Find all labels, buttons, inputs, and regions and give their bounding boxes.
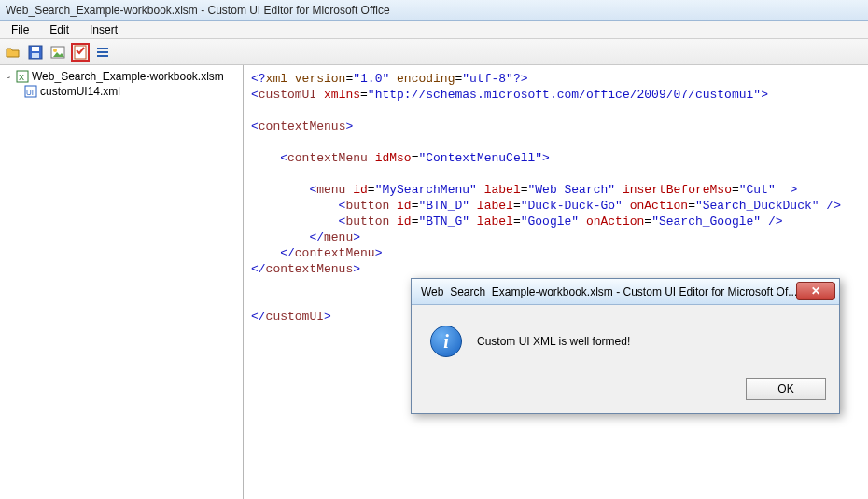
xml-token: "Duck-Duck-Go" — [521, 199, 623, 213]
tree-child-label: customUI14.xml — [40, 85, 120, 98]
excel-file-icon: X — [16, 70, 29, 83]
xml-token: > — [345, 119, 353, 133]
xml-token: > — [542, 151, 550, 165]
xml-token: = — [513, 215, 521, 229]
xml-token: < — [251, 151, 287, 165]
xml-token: = — [368, 183, 375, 197]
xml-token: customUI — [266, 310, 324, 324]
toolbar-save-button[interactable] — [26, 43, 45, 62]
xml-token: xmlns — [316, 88, 360, 102]
xml-token: id — [389, 215, 411, 229]
lines-icon — [95, 45, 110, 60]
tree-child-customui[interactable]: UI customUI14.xml — [2, 84, 241, 99]
validate-xml-icon — [73, 45, 88, 60]
message-dialog: Web_Search_Example-workbook.xlsm - Custo… — [411, 278, 840, 414]
xml-token: > — [324, 310, 331, 324]
xml-token: </ — [251, 262, 266, 276]
xml-token: = — [732, 183, 739, 197]
picture-icon — [50, 45, 65, 60]
svg-point-4 — [53, 49, 57, 52]
close-icon: ✕ — [811, 284, 820, 298]
xml-file-icon: UI — [24, 85, 37, 98]
dialog-title-text: Web_Search_Example-workbook.xlsm - Custo… — [421, 285, 797, 298]
dialog-message: Custom UI XML is well formed! — [477, 335, 630, 348]
xml-token: < — [251, 119, 259, 133]
xml-token: = — [644, 215, 651, 229]
xml-token: button — [345, 199, 389, 213]
xml-token: xml version — [266, 72, 346, 86]
dialog-titlebar[interactable]: Web_Search_Example-workbook.xlsm - Custo… — [412, 279, 839, 305]
info-icon: i — [430, 326, 462, 357]
svg-text:X: X — [19, 73, 24, 82]
svg-rect-6 — [97, 48, 108, 49]
xml-token: idMso — [368, 151, 412, 165]
tree-root-label: Web_Search_Example-workbook.xlsm — [32, 70, 224, 83]
toolbar-open-button[interactable] — [4, 43, 22, 62]
dialog-button-row: OK — [412, 370, 839, 413]
toolbar-generate-callback-button[interactable] — [93, 43, 112, 62]
xml-token: contextMenus — [259, 119, 346, 133]
svg-rect-2 — [32, 53, 39, 58]
menu-insert[interactable]: Insert — [80, 21, 127, 38]
dialog-close-button[interactable]: ✕ — [796, 282, 835, 300]
info-glyph: i — [443, 331, 449, 353]
svg-rect-8 — [97, 55, 108, 57]
xml-token: "utf-8" — [462, 72, 513, 86]
xml-token: /> — [761, 215, 782, 229]
xml-token: "Web Search" — [528, 183, 616, 197]
xml-token: button — [345, 215, 389, 229]
xml-token: </ — [251, 310, 266, 324]
folder-open-icon — [6, 45, 21, 60]
xml-token: contextMenu — [295, 246, 375, 260]
dialog-body: i Custom UI XML is well formed! — [412, 305, 839, 370]
window-title: Web_Search_Example-workbook.xlsm - Custo… — [6, 4, 390, 17]
menu-edit[interactable]: Edit — [40, 21, 78, 38]
toolbar — [0, 39, 868, 65]
xml-token: /> — [819, 199, 841, 213]
xml-token: contextMenu — [287, 151, 368, 165]
xml-token: < — [251, 88, 259, 102]
xml-token: = — [513, 199, 521, 213]
xml-token: "Cut" — [739, 183, 776, 197]
xml-token: onAction — [579, 215, 644, 229]
xml-token: contextMenus — [266, 262, 354, 276]
floppy-save-icon — [28, 45, 43, 60]
xml-token: "http://schemas.microsoft.com/office/200… — [368, 88, 761, 102]
xml-token: customUI — [259, 88, 316, 102]
xml-token: > — [353, 230, 360, 244]
xml-token: < — [251, 215, 345, 229]
xml-token: encoding — [389, 72, 455, 86]
menu-file[interactable]: File — [2, 21, 38, 38]
window-titlebar: Web_Search_Example-workbook.xlsm - Custo… — [0, 0, 868, 21]
xml-token: id — [345, 183, 367, 197]
svg-rect-1 — [32, 47, 39, 51]
xml-token: "1.0" — [353, 72, 389, 86]
toolbar-insert-icon-button[interactable] — [49, 43, 67, 62]
document-tree: ▫ X Web_Search_Example-workbook.xlsm UI … — [0, 65, 244, 499]
xml-token: </ — [251, 246, 295, 260]
xml-token: > — [761, 88, 768, 102]
xml-token: > — [375, 246, 383, 260]
ok-button[interactable]: OK — [746, 378, 826, 400]
xml-token: < — [251, 199, 345, 213]
xml-token: label — [469, 199, 513, 213]
xml-token: = — [688, 199, 695, 213]
svg-rect-7 — [97, 51, 108, 53]
xml-token: "BTN_D" — [418, 199, 469, 213]
xml-token: < — [251, 183, 316, 197]
xml-token: > — [353, 262, 360, 276]
xml-token: ?> — [513, 72, 528, 86]
xml-token: menu — [316, 183, 345, 197]
xml-token: label — [469, 215, 513, 229]
tree-root-workbook[interactable]: ▫ X Web_Search_Example-workbook.xlsm — [2, 69, 241, 84]
toolbar-validate-button[interactable] — [71, 43, 90, 62]
xml-token: "Google" — [521, 215, 579, 229]
xml-token: "Search_Google" — [651, 215, 761, 229]
tree-toggle-icon[interactable]: ▫ — [4, 70, 13, 83]
xml-token: "ContextMenuCell" — [418, 151, 542, 165]
xml-token: "Search_DuckDuck" — [695, 199, 819, 213]
xml-token: "BTN_G" — [418, 215, 469, 229]
xml-token: = — [360, 88, 368, 102]
menubar: File Edit Insert — [0, 21, 868, 39]
xml-token: = — [521, 183, 528, 197]
